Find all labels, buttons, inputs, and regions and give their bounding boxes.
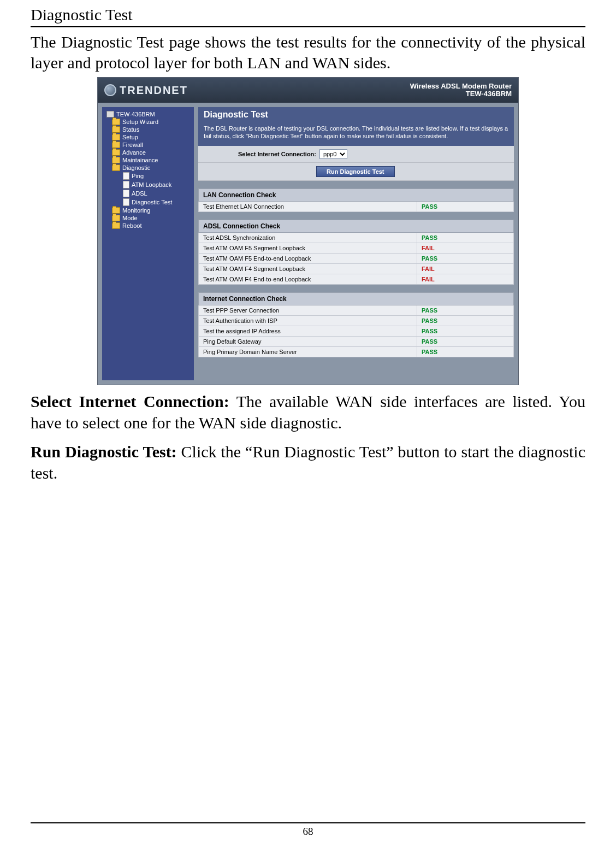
brand-logo-icon — [104, 84, 116, 96]
result-row: Test PPP Server ConnectionPASS — [198, 305, 514, 316]
internet-connection-select[interactable]: ppp0 — [319, 149, 347, 159]
nav-item-label: Monitoring — [122, 207, 150, 214]
nav-item-label: Advance — [122, 149, 146, 156]
nav-item[interactable]: Reboot — [104, 222, 192, 229]
test-name: Test Authentication with ISP — [199, 316, 417, 326]
nav-item-label: Setup — [122, 134, 138, 140]
nav-item[interactable]: Diagnostic Test — [104, 198, 192, 207]
nav-item-label: Ping — [132, 173, 144, 179]
nav-item-label: Firewall — [122, 142, 143, 148]
test-status: PASS — [417, 202, 513, 211]
test-name: Test the assigned IP Address — [199, 326, 417, 336]
nav-item[interactable]: Mode — [104, 214, 192, 222]
test-name: Test Ethernet LAN Connection — [199, 202, 417, 211]
folder-icon — [112, 157, 120, 163]
test-name: Test ATM OAM F5 Segment Loopback — [199, 243, 417, 253]
nav-item[interactable]: ATM Loopback — [104, 180, 192, 189]
test-status: PASS — [417, 233, 513, 243]
product-line1: Wireless ADSL Modem Router — [410, 83, 512, 90]
result-row: Test Authentication with ISPPASS — [198, 316, 514, 326]
folder-icon — [112, 215, 120, 221]
results-section-heading: LAN Connection Check — [198, 189, 514, 202]
nav-item[interactable]: Maintainance — [104, 156, 192, 164]
page-icon — [123, 181, 129, 189]
brand-text: TRENDNET — [120, 84, 188, 97]
result-row: Test ATM OAM F5 Segment LoopbackFAIL — [198, 243, 514, 254]
nav-root[interactable]: TEW-436BRM — [104, 110, 192, 118]
test-name: Test ATM OAM F4 End-to-end Loopback — [199, 274, 417, 284]
page-number: 68 — [31, 826, 585, 838]
result-row: Test ATM OAM F4 End-to-end LoopbackFAIL — [198, 274, 514, 285]
folder-icon — [112, 119, 120, 125]
test-status: PASS — [417, 254, 513, 263]
panel-title: Diagnostic Test — [198, 107, 514, 122]
nav-item[interactable]: Setup Wizard — [104, 118, 192, 126]
nav-item[interactable]: Diagnostic — [104, 164, 192, 172]
folder-icon — [112, 126, 120, 133]
result-row: Test Ethernet LAN ConnectionPASS — [198, 202, 514, 212]
nav-item[interactable]: Ping — [104, 172, 192, 180]
results-section-heading: ADSL Connection Check — [198, 220, 514, 233]
test-status: FAIL — [417, 264, 513, 274]
nav-tree: TEW-436BRM Setup WizardStatusSetupFirewa… — [102, 107, 194, 380]
run-diagnostic-button[interactable]: Run Diagnostic Test — [316, 166, 395, 177]
definition-select-internet: Select Internet Connection: The availabl… — [31, 391, 585, 433]
screenshot-figure: TRENDNET Wireless ADSL Modem Router TEW-… — [31, 77, 585, 385]
test-status: FAIL — [417, 243, 513, 253]
test-name: Ping Primary Domain Name Server — [199, 347, 417, 357]
section-spacer — [198, 285, 514, 292]
panel-description: The DSL Router is capable of testing you… — [198, 122, 514, 146]
test-name: Test ATM OAM F5 End-to-end Loopback — [199, 254, 417, 263]
nav-item-label: ADSL — [132, 190, 147, 197]
footer-rule — [31, 822, 585, 823]
nav-item-label: Status — [122, 126, 139, 133]
nav-item-label: ATM Loopback — [132, 181, 171, 188]
test-status: PASS — [417, 347, 513, 357]
content-panel: Diagnostic Test The DSL Router is capabl… — [198, 107, 514, 380]
nav-item[interactable]: Monitoring — [104, 207, 192, 214]
nav-item-label: Diagnostic — [122, 164, 150, 171]
test-name: Ping Default Gateway — [199, 337, 417, 346]
nav-item[interactable]: Setup — [104, 133, 192, 141]
section-spacer — [198, 212, 514, 220]
folder-icon — [112, 149, 120, 156]
definition-run-diagnostic: Run Diagnostic Test: Click the “Run Diag… — [31, 441, 585, 484]
result-row: Test ATM OAM F4 Segment LoopbackFAIL — [198, 264, 514, 274]
device-icon — [106, 111, 114, 117]
results-section-heading: Internet Connection Check — [198, 292, 514, 305]
nav-item[interactable]: Firewall — [104, 141, 192, 149]
def1-term: Select Internet Connection: — [31, 392, 229, 410]
folder-icon — [112, 222, 120, 229]
test-name: Test ADSL Synchronization — [199, 233, 417, 243]
folder-icon — [112, 142, 120, 148]
page-icon — [123, 198, 129, 206]
brand-block: TRENDNET — [104, 84, 188, 97]
router-admin-ui: TRENDNET Wireless ADSL Modem Router TEW-… — [97, 77, 519, 385]
nav-item-label: Mode — [122, 215, 138, 221]
heading-rule — [31, 26, 585, 27]
router-body: TEW-436BRM Setup WizardStatusSetupFirewa… — [98, 103, 518, 385]
test-name: Test PPP Server Connection — [199, 305, 417, 315]
nav-item[interactable]: Advance — [104, 149, 192, 156]
intro-paragraph: The Diagnostic Test page shows the test … — [31, 32, 585, 73]
folder-icon — [112, 164, 120, 171]
nav-root-label: TEW-436BRM — [116, 111, 155, 117]
product-line2: TEW-436BRM — [410, 90, 512, 98]
nav-item[interactable]: Status — [104, 126, 192, 133]
section-heading: Diagnostic Test — [31, 5, 585, 24]
result-row: Test ATM OAM F5 End-to-end LoopbackPASS — [198, 254, 514, 264]
test-status: PASS — [417, 316, 513, 326]
section-spacer — [198, 181, 514, 189]
select-connection-row: Select Internet Connection: ppp0 — [198, 146, 514, 163]
nav-item-label: Reboot — [122, 222, 141, 229]
nav-item[interactable]: ADSL — [104, 189, 192, 198]
def2-term: Run Diagnostic Test: — [31, 443, 177, 461]
test-status: PASS — [417, 337, 513, 346]
page-icon — [123, 190, 129, 197]
run-button-row: Run Diagnostic Test — [198, 163, 514, 181]
folder-icon — [112, 134, 120, 140]
result-row: Test ADSL SynchronizationPASS — [198, 233, 514, 243]
nav-item-label: Setup Wizard — [122, 119, 158, 125]
test-status: PASS — [417, 305, 513, 315]
product-block: Wireless ADSL Modem Router TEW-436BRM — [410, 83, 512, 98]
